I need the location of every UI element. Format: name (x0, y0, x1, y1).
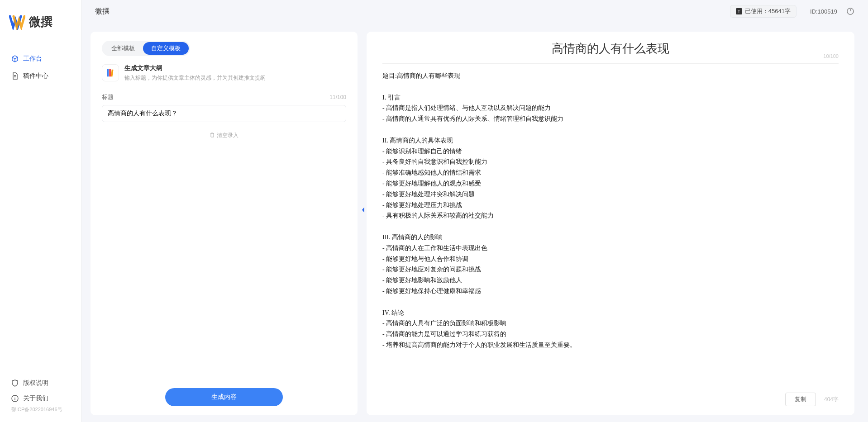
usage-text: 已使用：45641字 (745, 7, 791, 15)
trash-icon (210, 132, 215, 139)
topbar: 微撰 T 已使用：45641字 ID:100519 (81, 0, 868, 23)
output-word-count: 404字 (824, 396, 839, 403)
sidebar: 微撰 工作台 稿件中心 版权说明 (0, 0, 81, 422)
nav-label: 工作台 (23, 55, 42, 63)
usage-badge[interactable]: T 已使用：45641字 (730, 5, 796, 18)
main-nav: 工作台 稿件中心 (0, 41, 81, 375)
template-title: 生成文章大纲 (124, 64, 266, 72)
brand-logo: 微撰 (0, 0, 81, 41)
input-panel: 全部模板 自定义模板 生成文章大纲 输入标题，为你提供文章主体的灵感，并为其创建… (91, 32, 358, 415)
content-row: 全部模板 自定义模板 生成文章大纲 输入标题，为你提供文章主体的灵感，并为其创建… (81, 23, 868, 422)
title-label: 标题 (102, 93, 114, 101)
footer-label: 关于我们 (23, 394, 48, 403)
shield-icon (11, 379, 19, 387)
nav-item-drafts[interactable]: 稿件中心 (0, 67, 81, 85)
svg-rect-2 (107, 69, 109, 77)
tab-custom-templates[interactable]: 自定义模板 (143, 42, 189, 55)
generate-button[interactable]: 生成内容 (165, 388, 283, 406)
footer-label: 版权说明 (23, 379, 48, 387)
svg-rect-3 (109, 69, 111, 77)
svg-rect-4 (111, 69, 114, 76)
nav-item-workspace[interactable]: 工作台 (0, 50, 81, 67)
brand-name: 微撰 (29, 14, 52, 30)
brand-w-icon (9, 14, 25, 30)
output-title-count: 10/100 (823, 53, 839, 59)
output-header: 高情商的人有什么表现 10/100 (382, 41, 839, 64)
copy-button[interactable]: 复制 (785, 393, 816, 406)
output-panel: 高情商的人有什么表现 10/100 题目:高情商的人有哪些表现 I. 引言 - … (367, 32, 854, 415)
footer-item-about[interactable]: 关于我们 (0, 391, 81, 406)
output-footer: 复制 404字 (382, 387, 839, 406)
user-id: ID:100519 (810, 8, 837, 15)
footer-item-copyright[interactable]: 版权说明 (0, 375, 81, 391)
output-title: 高情商的人有什么表现 (552, 41, 669, 57)
text-quota-icon: T (736, 8, 742, 14)
info-icon (11, 395, 19, 402)
clear-label: 清空录入 (217, 132, 238, 139)
app-root: 微撰 工作台 稿件中心 版权说明 (0, 0, 868, 422)
clear-button[interactable]: 清空录入 (210, 132, 238, 139)
main-area: 微撰 T 已使用：45641字 ID:100519 全部模板 自定义模板 (81, 0, 868, 422)
cube-icon (11, 55, 19, 62)
output-body[interactable]: 题目:高情商的人有哪些表现 I. 引言 - 高情商是指人们处理情绪、与他人互动以… (382, 71, 839, 382)
power-icon[interactable] (846, 7, 854, 15)
title-input[interactable] (102, 105, 346, 122)
title-char-count: 11/100 (329, 94, 346, 100)
template-tabs: 全部模板 自定义模板 (102, 41, 190, 56)
template-card: 生成文章大纲 输入标题，为你提供文章主体的灵感，并为其创建推文提纲 (102, 64, 346, 82)
page-title: 微撰 (95, 7, 110, 16)
document-icon (11, 72, 19, 80)
sidebar-footer: 版权说明 关于我们 鄂ICP备2022016946号 (0, 375, 81, 422)
collapse-handle[interactable] (360, 204, 367, 216)
tab-all-templates[interactable]: 全部模板 (103, 42, 143, 55)
icp-text: 鄂ICP备2022016946号 (0, 406, 81, 417)
books-icon (102, 64, 119, 81)
nav-label: 稿件中心 (23, 72, 48, 80)
template-desc: 输入标题，为你提供文章主体的灵感，并为其创建推文提纲 (124, 74, 266, 82)
